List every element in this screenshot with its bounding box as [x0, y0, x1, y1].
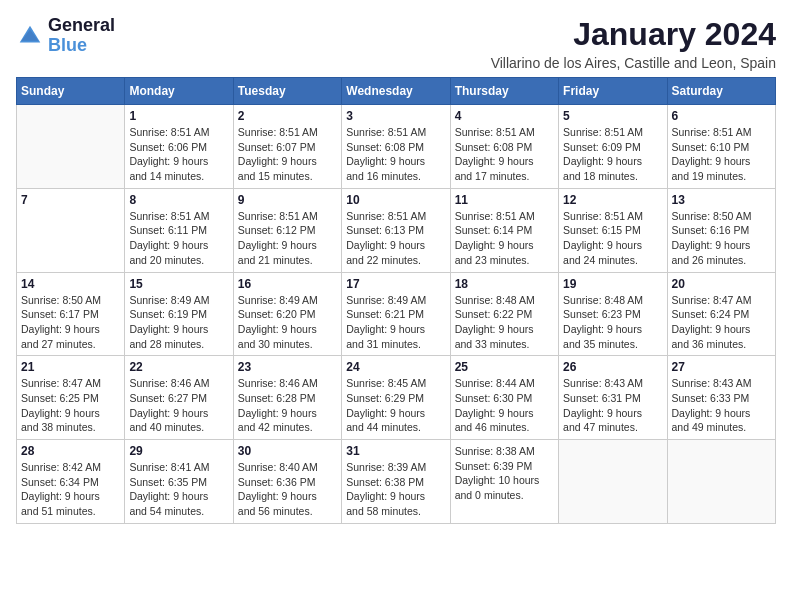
day-info: Sunrise: 8:40 AM Sunset: 6:36 PM Dayligh… — [238, 460, 337, 519]
day-info: Sunrise: 8:51 AM Sunset: 6:06 PM Dayligh… — [129, 125, 228, 184]
day-info: Sunrise: 8:51 AM Sunset: 6:14 PM Dayligh… — [455, 209, 554, 268]
day-number: 16 — [238, 277, 337, 291]
day-info: Sunrise: 8:51 AM Sunset: 6:08 PM Dayligh… — [346, 125, 445, 184]
logo: General Blue — [16, 16, 115, 56]
day-number: 11 — [455, 193, 554, 207]
day-info: Sunrise: 8:51 AM Sunset: 6:09 PM Dayligh… — [563, 125, 662, 184]
day-number: 19 — [563, 277, 662, 291]
logo-text: General Blue — [48, 16, 115, 56]
day-number: 23 — [238, 360, 337, 374]
calendar-cell: 2Sunrise: 8:51 AM Sunset: 6:07 PM Daylig… — [233, 105, 341, 189]
calendar-cell: 16Sunrise: 8:49 AM Sunset: 6:20 PM Dayli… — [233, 272, 341, 356]
day-info: Sunrise: 8:46 AM Sunset: 6:27 PM Dayligh… — [129, 376, 228, 435]
calendar-cell: 12Sunrise: 8:51 AM Sunset: 6:15 PM Dayli… — [559, 188, 667, 272]
calendar-cell: 26Sunrise: 8:43 AM Sunset: 6:31 PM Dayli… — [559, 356, 667, 440]
day-number: 12 — [563, 193, 662, 207]
day-number: 26 — [563, 360, 662, 374]
calendar-week-2: 78Sunrise: 8:51 AM Sunset: 6:11 PM Dayli… — [17, 188, 776, 272]
header-sunday: Sunday — [17, 78, 125, 105]
header-tuesday: Tuesday — [233, 78, 341, 105]
day-info: Sunrise: 8:48 AM Sunset: 6:23 PM Dayligh… — [563, 293, 662, 352]
header-wednesday: Wednesday — [342, 78, 450, 105]
calendar-cell: 17Sunrise: 8:49 AM Sunset: 6:21 PM Dayli… — [342, 272, 450, 356]
day-info: Sunrise: 8:51 AM Sunset: 6:13 PM Dayligh… — [346, 209, 445, 268]
day-number: 1 — [129, 109, 228, 123]
calendar-week-3: 14Sunrise: 8:50 AM Sunset: 6:17 PM Dayli… — [17, 272, 776, 356]
day-number: 4 — [455, 109, 554, 123]
svg-marker-1 — [22, 29, 39, 40]
header-thursday: Thursday — [450, 78, 558, 105]
calendar-cell: 20Sunrise: 8:47 AM Sunset: 6:24 PM Dayli… — [667, 272, 775, 356]
day-info: Sunrise: 8:49 AM Sunset: 6:20 PM Dayligh… — [238, 293, 337, 352]
calendar-week-1: 1Sunrise: 8:51 AM Sunset: 6:06 PM Daylig… — [17, 105, 776, 189]
calendar-cell: 22Sunrise: 8:46 AM Sunset: 6:27 PM Dayli… — [125, 356, 233, 440]
day-number: 17 — [346, 277, 445, 291]
day-info: Sunrise: 8:51 AM Sunset: 6:08 PM Dayligh… — [455, 125, 554, 184]
day-number: 9 — [238, 193, 337, 207]
day-number: 20 — [672, 277, 771, 291]
day-number: 29 — [129, 444, 228, 458]
day-number: 28 — [21, 444, 120, 458]
day-info: Sunrise: 8:44 AM Sunset: 6:30 PM Dayligh… — [455, 376, 554, 435]
day-number: 3 — [346, 109, 445, 123]
day-info: Sunrise: 8:39 AM Sunset: 6:38 PM Dayligh… — [346, 460, 445, 519]
header-saturday: Saturday — [667, 78, 775, 105]
calendar-cell — [17, 105, 125, 189]
day-info: Sunrise: 8:49 AM Sunset: 6:19 PM Dayligh… — [129, 293, 228, 352]
calendar-cell: 19Sunrise: 8:48 AM Sunset: 6:23 PM Dayli… — [559, 272, 667, 356]
calendar-cell: 1Sunrise: 8:51 AM Sunset: 6:06 PM Daylig… — [125, 105, 233, 189]
calendar-cell: 14Sunrise: 8:50 AM Sunset: 6:17 PM Dayli… — [17, 272, 125, 356]
day-number: 22 — [129, 360, 228, 374]
day-number: 24 — [346, 360, 445, 374]
calendar-cell: 15Sunrise: 8:49 AM Sunset: 6:19 PM Dayli… — [125, 272, 233, 356]
calendar-cell: 27Sunrise: 8:43 AM Sunset: 6:33 PM Dayli… — [667, 356, 775, 440]
calendar-cell: 11Sunrise: 8:51 AM Sunset: 6:14 PM Dayli… — [450, 188, 558, 272]
day-info: Sunrise: 8:51 AM Sunset: 6:12 PM Dayligh… — [238, 209, 337, 268]
calendar-cell: 9Sunrise: 8:51 AM Sunset: 6:12 PM Daylig… — [233, 188, 341, 272]
day-info: Sunrise: 8:51 AM Sunset: 6:15 PM Dayligh… — [563, 209, 662, 268]
calendar-cell: 21Sunrise: 8:47 AM Sunset: 6:25 PM Dayli… — [17, 356, 125, 440]
day-info: Sunrise: 8:46 AM Sunset: 6:28 PM Dayligh… — [238, 376, 337, 435]
day-number: 25 — [455, 360, 554, 374]
calendar-cell: 29Sunrise: 8:41 AM Sunset: 6:35 PM Dayli… — [125, 440, 233, 524]
calendar-cell: 24Sunrise: 8:45 AM Sunset: 6:29 PM Dayli… — [342, 356, 450, 440]
day-number: 30 — [238, 444, 337, 458]
day-info: Sunrise: 8:38 AM Sunset: 6:39 PM Dayligh… — [455, 444, 554, 503]
day-info: Sunrise: 8:50 AM Sunset: 6:17 PM Dayligh… — [21, 293, 120, 352]
day-info: Sunrise: 8:43 AM Sunset: 6:33 PM Dayligh… — [672, 376, 771, 435]
title-section: January 2024 Villarino de los Aires, Cas… — [491, 16, 776, 71]
day-number: 18 — [455, 277, 554, 291]
calendar-header-row: SundayMondayTuesdayWednesdayThursdayFrid… — [17, 78, 776, 105]
calendar-cell: 10Sunrise: 8:51 AM Sunset: 6:13 PM Dayli… — [342, 188, 450, 272]
day-number: 6 — [672, 109, 771, 123]
calendar-cell: 13Sunrise: 8:50 AM Sunset: 6:16 PM Dayli… — [667, 188, 775, 272]
calendar-cell: 30Sunrise: 8:40 AM Sunset: 6:36 PM Dayli… — [233, 440, 341, 524]
calendar-cell: 28Sunrise: 8:42 AM Sunset: 6:34 PM Dayli… — [17, 440, 125, 524]
calendar-table: SundayMondayTuesdayWednesdayThursdayFrid… — [16, 77, 776, 524]
calendar-cell: 4Sunrise: 8:51 AM Sunset: 6:08 PM Daylig… — [450, 105, 558, 189]
calendar-cell: 23Sunrise: 8:46 AM Sunset: 6:28 PM Dayli… — [233, 356, 341, 440]
calendar-cell: 8Sunrise: 8:51 AM Sunset: 6:11 PM Daylig… — [125, 188, 233, 272]
calendar-cell: 18Sunrise: 8:48 AM Sunset: 6:22 PM Dayli… — [450, 272, 558, 356]
day-number: 31 — [346, 444, 445, 458]
day-info: Sunrise: 8:45 AM Sunset: 6:29 PM Dayligh… — [346, 376, 445, 435]
calendar-cell: Sunrise: 8:38 AM Sunset: 6:39 PM Dayligh… — [450, 440, 558, 524]
day-info: Sunrise: 8:48 AM Sunset: 6:22 PM Dayligh… — [455, 293, 554, 352]
page-header: General Blue January 2024 Villarino de l… — [16, 16, 776, 71]
day-number: 13 — [672, 193, 771, 207]
calendar-cell: 31Sunrise: 8:39 AM Sunset: 6:38 PM Dayli… — [342, 440, 450, 524]
day-info: Sunrise: 8:51 AM Sunset: 6:07 PM Dayligh… — [238, 125, 337, 184]
day-info: Sunrise: 8:50 AM Sunset: 6:16 PM Dayligh… — [672, 209, 771, 268]
header-monday: Monday — [125, 78, 233, 105]
day-number: 27 — [672, 360, 771, 374]
calendar-cell: 3Sunrise: 8:51 AM Sunset: 6:08 PM Daylig… — [342, 105, 450, 189]
header-friday: Friday — [559, 78, 667, 105]
calendar-cell — [667, 440, 775, 524]
calendar-cell: 25Sunrise: 8:44 AM Sunset: 6:30 PM Dayli… — [450, 356, 558, 440]
day-info: Sunrise: 8:41 AM Sunset: 6:35 PM Dayligh… — [129, 460, 228, 519]
day-info: Sunrise: 8:43 AM Sunset: 6:31 PM Dayligh… — [563, 376, 662, 435]
calendar-week-5: 28Sunrise: 8:42 AM Sunset: 6:34 PM Dayli… — [17, 440, 776, 524]
day-info: Sunrise: 8:42 AM Sunset: 6:34 PM Dayligh… — [21, 460, 120, 519]
day-info: Sunrise: 8:49 AM Sunset: 6:21 PM Dayligh… — [346, 293, 445, 352]
day-number: 7 — [21, 193, 120, 207]
